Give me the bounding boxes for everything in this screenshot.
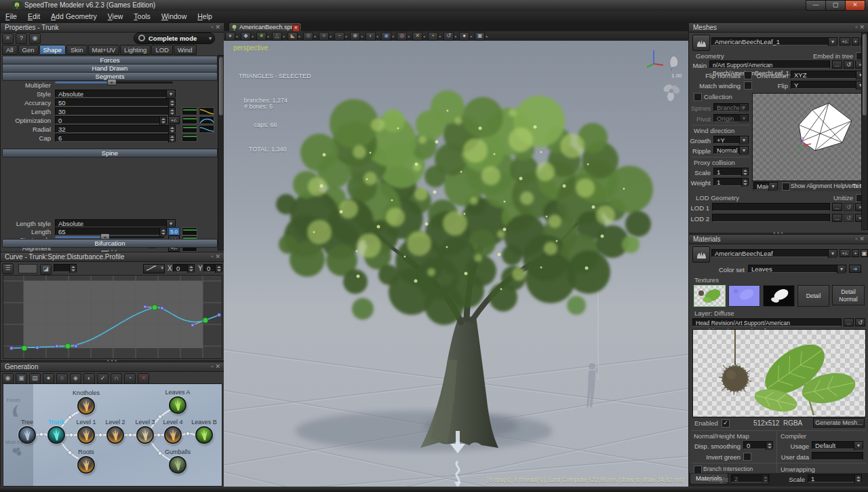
spin-up-icon[interactable]: [170, 136, 174, 138]
knothole-icon[interactable]: ⊙: [303, 32, 313, 41]
meshes-scrollbar[interactable]: [861, 32, 868, 230]
visibility-icon[interactable]: ◉: [29, 33, 41, 44]
tab-all[interactable]: All: [2, 45, 18, 55]
wind-icon[interactable]: ≈: [319, 32, 329, 41]
section-spine[interactable]: Spine: [2, 149, 218, 157]
tab-skin[interactable]: Skin: [66, 45, 87, 55]
alignment-help-checkbox[interactable]: [782, 183, 790, 191]
spin-down-icon[interactable]: [170, 104, 174, 106]
mesh-select[interactable]: AmericanBeechLeaf_1▾: [711, 37, 837, 45]
row-spin-field[interactable]: 30: [55, 107, 176, 115]
mesh-pm-button[interactable]: +/-: [840, 37, 850, 45]
chevron-down-icon[interactable]: ▾: [768, 183, 777, 191]
spin-up-icon[interactable]: [170, 127, 174, 129]
lock-icon[interactable]: ∩: [111, 373, 122, 384]
generate-mesh-button[interactable]: Generate Mesh...: [813, 418, 865, 428]
menu-help[interactable]: Help: [192, 11, 218, 22]
wind-widget-icon[interactable]: [660, 80, 684, 103]
spinner[interactable]: [168, 99, 175, 107]
unwrap-scale-field[interactable]: 1: [808, 474, 862, 482]
slowdown-icon[interactable]: ◔: [124, 373, 136, 384]
delete-node-icon[interactable]: ✕: [138, 373, 149, 384]
spin-down-icon[interactable]: [161, 233, 165, 235]
focus-icon[interactable]: ◉: [2, 373, 14, 384]
copy-material-button[interactable]: ▣: [861, 249, 868, 257]
node-tree[interactable]: [18, 426, 36, 444]
proxy-scale-field[interactable]: 1: [713, 168, 749, 176]
invert-green-checkbox[interactable]: [743, 453, 751, 461]
pivot-select[interactable]: Origin▾: [713, 114, 749, 122]
light-widget-icon[interactable]: [663, 53, 684, 73]
spin-up-icon[interactable]: [161, 229, 165, 231]
bones-icon[interactable]: ⊕: [350, 32, 360, 41]
curve-thumbnail-yellow-fall[interactable]: [199, 107, 214, 115]
enabled-checkbox[interactable]: ✓: [722, 419, 730, 428]
row-slider[interactable]: ◂▸: [55, 236, 164, 238]
reload-mesh-button[interactable]: ↺: [844, 60, 854, 69]
magnet-icon[interactable]: ◉: [381, 32, 391, 41]
hand-icon[interactable]: ◈: [70, 373, 81, 384]
tab-wind[interactable]: Wind: [174, 45, 197, 55]
menu-add-geometry[interactable]: Add Geometry: [45, 11, 102, 22]
normal-thumbnail[interactable]: [728, 285, 760, 307]
curve-graph[interactable]: [3, 275, 222, 359]
detail-slot-button[interactable]: Detail: [797, 285, 829, 307]
spin-up-icon[interactable]: [161, 118, 165, 120]
close-panel-icon[interactable]: ✕: [859, 235, 867, 242]
tab-matuv[interactable]: Mat+UV: [88, 45, 120, 55]
menu-file[interactable]: File: [0, 11, 22, 22]
curve-type-button[interactable]: ▾: [143, 264, 165, 273]
chevron-down-icon[interactable]: ▾: [854, 442, 863, 450]
node-graph-canvas[interactable]: Forces Mesh Forces TreeTrunkKnotholesLev…: [3, 383, 222, 487]
branch-icon[interactable]: △: [272, 32, 282, 41]
menu-tools[interactable]: Tools: [128, 11, 156, 22]
node-trunk[interactable]: [47, 426, 65, 444]
node-leaves-a[interactable]: [169, 396, 186, 414]
alpha-thumbnail[interactable]: [763, 285, 795, 307]
curve-thumbnail-blue-bell[interactable]: [199, 116, 214, 124]
browse-lod1-button[interactable]: ...: [832, 203, 842, 211]
paint-icon[interactable]: ●: [43, 373, 54, 384]
flip-select[interactable]: Y▾: [791, 81, 865, 89]
tab-gen[interactable]: Gen: [18, 45, 39, 55]
main-mesh-path-field[interactable]: n/Art Support/American Beech/AmericanBee…: [709, 60, 830, 69]
prune-icon[interactable]: ◣: [288, 32, 298, 41]
lod1-path-field[interactable]: [712, 203, 830, 211]
delete-icon[interactable]: ✕: [2, 33, 14, 44]
row-spin-field[interactable]: 50: [55, 98, 176, 107]
curve-thumbnail-green[interactable]: [182, 107, 197, 115]
spinner[interactable]: [168, 126, 175, 134]
node-level-2[interactable]: [106, 426, 124, 444]
mesh-preview[interactable]: [752, 93, 867, 181]
menu-window[interactable]: Window: [156, 11, 192, 22]
node-leaves-b[interactable]: [195, 426, 213, 444]
proxy-weight-field[interactable]: 1: [713, 178, 749, 186]
tab-lighting[interactable]: Lighting: [120, 45, 151, 55]
camera-mode-label[interactable]: perspective: [233, 44, 268, 52]
diffuse-thumbnail[interactable]: [694, 285, 726, 307]
chevron-down-icon[interactable]: ▾: [166, 90, 175, 98]
curve-value-field[interactable]: [54, 264, 77, 272]
visibility-icon[interactable]: ◐: [83, 373, 95, 384]
growth-select[interactable]: +Y▾: [713, 136, 749, 144]
spline-icon[interactable]: ~: [334, 32, 344, 41]
flower-icon[interactable]: ◎: [397, 32, 407, 41]
row-select[interactable]: Absolute▾: [55, 90, 176, 98]
curve-thumbnail-green[interactable]: [182, 125, 197, 133]
viewport-canvas[interactable]: perspective TRIANGLES - SELECTED branche…: [224, 41, 688, 487]
curve-copy-icon[interactable]: ◪: [40, 264, 52, 275]
curve-y-field[interactable]: 0: [203, 264, 222, 272]
lod2-path-field[interactable]: [712, 214, 830, 222]
browse-texture-button[interactable]: ...: [844, 318, 854, 326]
maximize-button[interactable]: ▢: [825, 0, 846, 11]
section-bifurcation[interactable]: Bifurcation: [2, 239, 218, 248]
hand-drawn-material-button[interactable]: [692, 246, 710, 263]
cut-icon[interactable]: ✕: [412, 32, 422, 41]
usage-select[interactable]: Default▾: [812, 441, 863, 449]
color-set-select[interactable]: Leaves▾: [748, 265, 846, 273]
flip-normals-checkbox[interactable]: [744, 71, 752, 79]
leaf-icon[interactable]: ★: [256, 32, 267, 41]
slider-handle[interactable]: ◂▸: [107, 79, 117, 86]
browse-lod2-button[interactable]: ...: [832, 214, 842, 222]
reload-lod1-button[interactable]: ↺: [844, 203, 854, 211]
